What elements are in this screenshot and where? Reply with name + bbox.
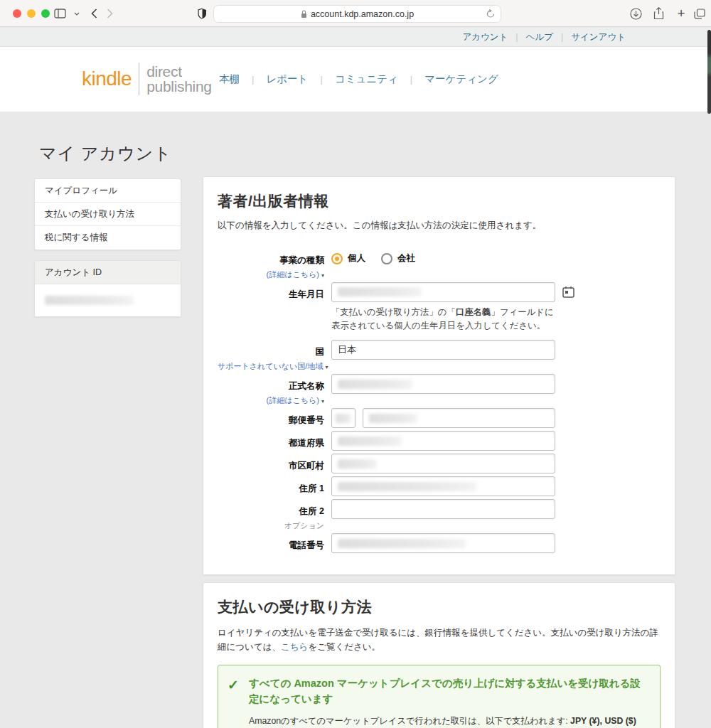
legal-name-row: 正式名称 (詳細はこちら) ▾ <box>218 374 661 407</box>
browser-toolbar: account.kdp.amazon.co.jp + <box>0 0 711 27</box>
tab-overview-icon[interactable] <box>693 6 707 21</box>
redacted-zip-1 <box>336 414 351 423</box>
radio-company[interactable] <box>381 253 392 264</box>
caret-icon: ▾ <box>321 272 324 279</box>
payment-success-banner: ✓ すべての Amazon マーケットプレイスでの売り上げに対する支払いを受け取… <box>218 665 661 728</box>
country-input[interactable] <box>331 340 555 360</box>
nav-marketing[interactable]: マーケティング <box>424 73 498 86</box>
payment-intro: ロイヤリティの支払いを電子送金で受け取るには、銀行情報を提供してください。支払い… <box>218 626 661 654</box>
city-row: 市区町村 <box>218 454 661 475</box>
sidebar-item-my-profile[interactable]: マイプロフィール <box>35 179 181 203</box>
kdp-logo-kindle: kindle <box>82 68 132 90</box>
zip-label: 郵便番号 <box>289 415 324 425</box>
address2-input[interactable] <box>331 499 555 519</box>
phone-input[interactable] <box>331 533 555 553</box>
downloads-icon[interactable] <box>629 6 643 21</box>
caret-icon: ▾ <box>321 398 324 405</box>
zip-row: 郵便番号 <box>218 408 661 429</box>
sidebar-item-payment-method[interactable]: 支払いの受け取り方法 <box>35 203 181 226</box>
radio-individual-label: 個人 <box>348 252 365 264</box>
unsupported-country-link[interactable]: サポートされていない国/地域 ▾ <box>218 362 328 370</box>
separator: | <box>515 32 518 42</box>
birth-date-input[interactable] <box>331 282 555 302</box>
phone-row: 電話番号 <box>218 533 661 555</box>
caret-icon: ▾ <box>325 364 328 370</box>
sidebar-item-tax-info[interactable]: 税に関する情報 <box>35 226 181 250</box>
lock-icon <box>301 10 307 18</box>
separator: | <box>320 74 322 85</box>
radio-individual[interactable] <box>331 253 343 264</box>
back-button[interactable] <box>87 6 101 21</box>
address1-label: 住所 1 <box>299 483 324 493</box>
redacted-account-id <box>45 296 134 305</box>
main-nav: 本棚 | レポート | コミュニティ | マーケティング <box>219 73 498 86</box>
kdp-logo-direct-publishing: directpublishing <box>146 64 212 95</box>
redacted-prefecture <box>338 437 402 446</box>
address1-row: 住所 1 <box>218 476 661 498</box>
account-link[interactable]: アカウント <box>462 31 508 43</box>
prefecture-row: 都道府県 <box>218 431 661 452</box>
main-content: 著者/出版者情報 以下の情報を入力してください。この情報は支払い方法の決定に使用… <box>203 176 675 728</box>
payment-method-card: 支払いの受け取り方法 ロイヤリティの支払いを電子送金で受け取るには、銀行情報を提… <box>203 582 675 728</box>
chevron-down-icon[interactable] <box>70 6 84 21</box>
sidebar-nav-card: マイプロフィール 支払いの受け取り方法 税に関する情報 <box>34 178 181 250</box>
nav-bookshelf[interactable]: 本棚 <box>219 73 240 86</box>
kdp-logo[interactable]: kindle directpublishing <box>82 63 212 95</box>
page-title: マイ アカウント <box>39 142 172 165</box>
country-row: 国 サポートされていない国/地域 ▾ <box>218 340 661 373</box>
city-label: 市区町村 <box>289 461 324 471</box>
birth-date-row: 生年月日 「支払いの受け取り方法」の「口座名義」フィールド <box>218 282 661 338</box>
legal-name-input[interactable] <box>331 374 555 394</box>
address2-optional-note: オプション <box>284 521 324 530</box>
new-tab-icon[interactable]: + <box>674 6 688 21</box>
share-icon[interactable] <box>651 6 665 21</box>
radio-company-label: 会社 <box>397 252 415 264</box>
help-link[interactable]: ヘルプ <box>526 31 553 43</box>
prefecture-input[interactable] <box>331 431 555 451</box>
prefecture-label: 都道府県 <box>289 438 324 448</box>
country-label: 国 <box>316 347 325 357</box>
logo-divider <box>139 63 139 95</box>
redacted-address1 <box>338 482 476 491</box>
forward-button[interactable] <box>102 6 117 21</box>
payment-details-link[interactable]: こちら <box>281 642 308 652</box>
business-type-row: 事業の種類 (詳細はこちら) ▾ 個人 会社 <box>218 248 661 281</box>
sidebar: マイプロフィール 支払いの受け取り方法 税に関する情報 アカウント ID <box>34 178 181 317</box>
sidebar-toggle-icon[interactable] <box>53 6 67 21</box>
privacy-shield-icon[interactable] <box>195 6 209 21</box>
check-icon: ✓ <box>228 676 249 728</box>
separator: | <box>252 74 254 85</box>
zip-code-input-2[interactable] <box>363 408 555 428</box>
reload-icon[interactable] <box>486 9 495 18</box>
site-header: kindle directpublishing 本棚 | レポート | コミュニ… <box>0 47 711 112</box>
address2-row: 住所 2 オプション <box>218 499 661 532</box>
legal-name-label: 正式名称 <box>289 381 324 391</box>
window-close-button[interactable] <box>13 9 21 18</box>
separator: | <box>410 74 412 85</box>
window-minimize-button[interactable] <box>27 9 36 18</box>
success-body: Amazonのすべてのマーケットプレイスで行われた取引は、以下で支払われます: … <box>249 714 647 728</box>
calendar-icon[interactable] <box>562 285 575 301</box>
nav-community[interactable]: コミュニティ <box>335 73 398 86</box>
legal-name-details-link[interactable]: (詳細はこちら) ▾ <box>267 396 324 405</box>
signout-link[interactable]: サインアウト <box>571 31 626 43</box>
success-title: すべての Amazon マーケットプレイスでの売り上げに対する支払いを受け取れる… <box>249 676 647 707</box>
url-text: account.kdp.amazon.co.jp <box>311 9 414 19</box>
address-bar[interactable]: account.kdp.amazon.co.jp <box>213 5 501 23</box>
city-input[interactable] <box>331 454 555 473</box>
scrollbar-thumb[interactable] <box>707 30 711 114</box>
redacted-legal-name <box>338 380 412 389</box>
birth-date-help: 「支払いの受け取り方法」の「口座名義」フィールドに表示されている個人の生年月日を… <box>331 306 560 333</box>
zip-code-input-1[interactable] <box>331 408 356 428</box>
redacted-phone <box>338 539 466 548</box>
address2-label: 住所 2 <box>299 506 324 516</box>
kdp-account-page: account.kdp.amazon.co.jp + <box>0 0 711 728</box>
address1-input[interactable] <box>331 476 555 496</box>
business-type-details-link[interactable]: (詳細はこちら) ▾ <box>267 270 324 279</box>
nav-reports[interactable]: レポート <box>266 73 308 86</box>
window-zoom-button[interactable] <box>41 9 50 18</box>
business-type-label: 事業の種類 <box>279 255 324 265</box>
payment-section-title: 支払いの受け取り方法 <box>218 597 661 617</box>
author-section-subtitle: 以下の情報を入力してください。この情報は支払い方法の決定に使用されます。 <box>218 219 661 232</box>
account-id-label: アカウント ID <box>35 261 181 284</box>
